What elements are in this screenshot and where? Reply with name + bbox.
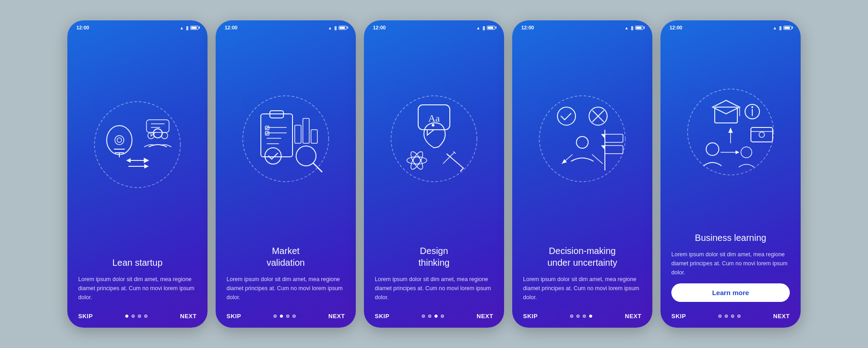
dot-2-2 <box>280 315 283 318</box>
svg-point-15 <box>243 96 329 182</box>
phone-business-learning: 12:00 <box>660 20 801 328</box>
dot-5-2 <box>725 315 728 318</box>
content-area-2: Market validation Lorem ipsum dolor sit … <box>216 245 356 308</box>
signal-icon-2 <box>334 25 336 30</box>
body-3: Lorem ipsum dolor sit dim amet, mea regi… <box>375 275 493 302</box>
skip-button-2[interactable]: SKIP <box>226 313 241 320</box>
dot-4-3 <box>583 315 586 318</box>
svg-rect-52 <box>605 146 623 154</box>
body-1: Lorem ipsum dolor sit dim amet, mea regi… <box>78 275 197 302</box>
status-icons-1 <box>180 25 198 30</box>
svg-line-28 <box>313 163 322 172</box>
business-learning-icon <box>681 82 780 182</box>
battery-icon-4 <box>635 26 643 30</box>
svg-point-9 <box>161 132 168 139</box>
wifi-icon-3 <box>476 25 481 30</box>
svg-marker-13 <box>126 158 131 163</box>
svg-rect-24 <box>295 125 301 143</box>
dot-3-3 <box>434 315 438 318</box>
svg-point-63 <box>751 106 753 108</box>
status-icons-2 <box>328 25 347 30</box>
body-4: Lorem ipsum dolor sit dim amet, mea regi… <box>523 275 642 302</box>
wifi-icon-4 <box>625 25 629 30</box>
dot-5-3 <box>731 315 734 318</box>
dot-4-4 <box>589 315 592 318</box>
dot-5-4 <box>737 315 741 318</box>
phone-decision-making: 12:00 <box>512 20 652 328</box>
title-1: Lean startup <box>78 257 197 268</box>
dots-3 <box>422 315 444 318</box>
next-button-3[interactable]: NEXT <box>476 313 493 320</box>
status-icons-4 <box>625 25 643 30</box>
phones-container: 12:00 <box>67 20 801 328</box>
next-button-4[interactable]: NEXT <box>625 313 642 320</box>
status-bar-4: 12:00 <box>512 20 652 32</box>
svg-point-29 <box>265 148 281 164</box>
svg-point-30 <box>391 96 477 182</box>
status-bar-3: 12:00 <box>364 20 504 32</box>
svg-line-40 <box>460 168 463 171</box>
svg-point-43 <box>539 96 625 182</box>
status-icons-5 <box>773 25 792 30</box>
svg-marker-51 <box>601 134 605 138</box>
status-icons-3 <box>476 25 495 30</box>
dots-1 <box>125 315 147 318</box>
time-2: 12:00 <box>225 25 237 30</box>
dot-2-3 <box>286 315 289 318</box>
lean-startup-icon <box>88 95 187 194</box>
body-2: Lorem ipsum dolor sit dim amet, mea regi… <box>226 275 345 302</box>
svg-rect-26 <box>311 130 317 143</box>
svg-point-44 <box>557 107 576 125</box>
signal-icon-3 <box>482 25 485 30</box>
dot-4-2 <box>576 315 580 318</box>
signal-icon-1 <box>186 25 188 30</box>
nav-area-3: SKIP NEXT <box>364 308 504 328</box>
learn-more-button[interactable]: Learn more <box>671 283 790 302</box>
svg-line-41 <box>443 152 454 164</box>
title-5: Business learning <box>671 232 790 244</box>
skip-button-4[interactable]: SKIP <box>523 313 538 320</box>
dot-1-4 <box>144 315 147 318</box>
decision-making-icon <box>533 89 632 188</box>
wifi-icon-5 <box>773 25 777 30</box>
next-button-5[interactable]: NEXT <box>773 313 790 320</box>
title-2: Market validation <box>226 245 345 268</box>
phone-market-validation: 12:00 <box>216 20 356 328</box>
nav-area-2: SKIP NEXT <box>216 308 356 328</box>
dots-5 <box>718 315 741 318</box>
svg-marker-14 <box>144 164 149 169</box>
content-area-3: Design thinking Lorem ipsum dolor sit di… <box>364 245 504 308</box>
title-3: Design thinking <box>375 245 493 268</box>
svg-point-35 <box>407 157 427 164</box>
dot-1-1 <box>125 315 128 318</box>
time-5: 12:00 <box>670 25 682 30</box>
svg-line-56 <box>592 155 603 164</box>
battery-icon-1 <box>190 26 198 30</box>
dot-5-1 <box>718 315 722 318</box>
skip-button-5[interactable]: SKIP <box>671 313 686 320</box>
dot-3-2 <box>428 315 431 318</box>
skip-button-3[interactable]: SKIP <box>375 313 389 320</box>
next-button-2[interactable]: NEXT <box>328 313 345 320</box>
nav-area-1: SKIP NEXT <box>67 308 208 328</box>
time-4: 12:00 <box>521 25 534 30</box>
svg-rect-10 <box>146 120 169 132</box>
icon-area-5 <box>660 32 801 232</box>
dot-3-1 <box>422 315 425 318</box>
dots-4 <box>570 315 592 318</box>
svg-point-1 <box>107 126 132 155</box>
svg-marker-53 <box>601 146 605 150</box>
title-4: Decision-making under uncertainty <box>523 245 642 268</box>
svg-rect-25 <box>303 118 309 143</box>
next-button-1[interactable]: NEXT <box>180 313 197 320</box>
nav-area-4: SKIP NEXT <box>512 308 652 328</box>
signal-icon-4 <box>631 25 633 30</box>
content-area-4: Decision-making under uncertainty Lorem … <box>512 245 652 308</box>
skip-button-1[interactable]: SKIP <box>78 313 93 320</box>
dots-2 <box>274 315 296 318</box>
time-3: 12:00 <box>373 25 386 30</box>
battery-icon-2 <box>339 26 347 30</box>
phone-lean-startup: 12:00 <box>67 20 208 328</box>
signal-icon-5 <box>779 25 781 30</box>
icon-area-3: Aa <box>364 32 504 245</box>
